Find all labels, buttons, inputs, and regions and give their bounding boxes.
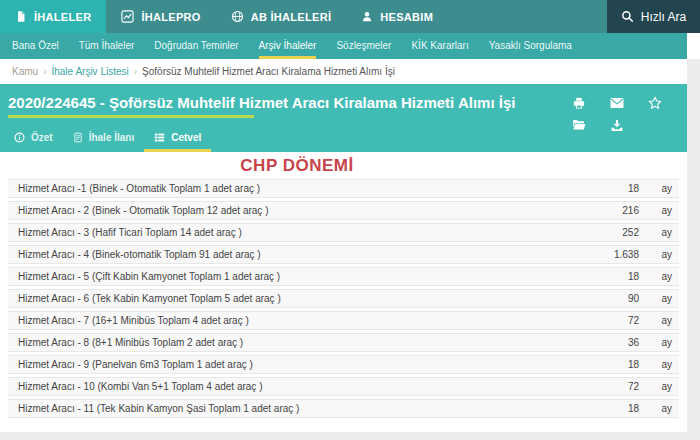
tab-ozet[interactable]: Özet: [4, 125, 63, 152]
row-item-name: Hizmet Aracı - 5 (Çift Kabin Kamyonet To…: [8, 271, 569, 282]
tab-label: Cetvel: [171, 132, 201, 143]
row-quantity: 72: [569, 315, 639, 326]
nav-label: İHALELER: [34, 11, 91, 23]
table-row[interactable]: Hizmet Aracı - 9 (Panelvan 6m3 Toplam 1 …: [8, 355, 679, 374]
table-row[interactable]: Hizmet Aracı - 8 (8+1 Minibüs Toplam 2 a…: [8, 333, 679, 352]
tab-label: Özet: [31, 132, 53, 143]
tab-bar: Özet İhale İlanı Cetvel: [0, 125, 211, 152]
nav-label: İHALEPRO: [141, 11, 200, 23]
envelope-icon[interactable]: [610, 97, 624, 109]
table-row[interactable]: Hizmet Aracı - 2 (Binek - Otomatik Topla…: [8, 201, 679, 220]
row-unit: ay: [639, 381, 679, 392]
row-quantity: 18: [569, 271, 639, 282]
row-quantity: 72: [569, 381, 639, 392]
star-icon[interactable]: [648, 96, 662, 110]
row-unit: ay: [639, 249, 679, 260]
table-row[interactable]: Hizmet Aracı - 3 (Hafif Ticari Toplam 14…: [8, 223, 679, 242]
nav-label: HESABIM: [380, 11, 433, 23]
tender-header-band: 2020/224645 - Şoförsüz Muhtelif Hizmet A…: [0, 84, 687, 152]
row-item-name: Hizmet Aracı - 11 (Tek Kabin Kamyon Şasi…: [8, 403, 569, 414]
table-row[interactable]: Hizmet Aracı - 11 (Tek Kabin Kamyon Şasi…: [8, 399, 679, 418]
breadcrumb-separator: ›: [129, 66, 142, 77]
table-row[interactable]: Hizmet Aracı - 6 (Tek Kabin Kamyonet Top…: [8, 289, 679, 308]
header-action-icons: [560, 92, 674, 136]
subnav-item[interactable]: Yasaklı Sorgulama: [489, 33, 572, 59]
title-underline: [8, 115, 254, 118]
row-quantity: 252: [569, 227, 639, 238]
chart-icon: [121, 10, 134, 23]
tab-ihale-ilani[interactable]: İhale İlanı: [63, 125, 145, 152]
row-item-name: Hizmet Aracı -1 (Binek - Otomatik Toplam…: [8, 183, 569, 194]
sub-navbar: Bana Özel Tüm İhaleler Doğrudan Teminler…: [0, 33, 687, 59]
breadcrumb-link-arsiv-listesi[interactable]: İhale Arşiv Listesi: [51, 66, 128, 77]
row-quantity: 18: [569, 359, 639, 370]
file-icon: [15, 10, 27, 23]
globe-icon: [231, 10, 244, 23]
schedule-table: Hizmet Aracı -1 (Binek - Otomatik Toplam…: [0, 178, 687, 418]
subnav-item[interactable]: Arşiv İhaleler: [259, 33, 317, 59]
document-icon: [73, 132, 83, 143]
row-item-name: Hizmet Aracı - 2 (Binek - Otomatik Topla…: [8, 205, 569, 216]
search-icon: [621, 10, 634, 23]
row-item-name: Hizmet Aracı - 8 (8+1 Minibüs Toplam 2 a…: [8, 337, 569, 348]
info-icon: [14, 132, 25, 143]
tab-cetvel[interactable]: Cetvel: [144, 125, 211, 152]
row-quantity: 18: [569, 183, 639, 194]
breadcrumb-current: Şoförsüz Muhtelif Hizmet Aracı Kiralama …: [142, 66, 395, 77]
user-icon: [361, 10, 373, 23]
nav-hesabim[interactable]: HESABIM: [346, 0, 448, 33]
subnav-item[interactable]: Tüm İhaleler: [79, 33, 135, 59]
table-row[interactable]: Hizmet Aracı - 5 (Çift Kabin Kamyonet To…: [8, 267, 679, 286]
row-item-name: Hizmet Aracı - 6 (Tek Kabin Kamyonet Top…: [8, 293, 569, 304]
row-item-name: Hizmet Aracı - 10 (Kombi Van 5+1 Toplam …: [8, 381, 569, 392]
row-item-name: Hizmet Aracı - 4 (Binek-otomatik Toplam …: [8, 249, 569, 260]
row-unit: ay: [639, 227, 679, 238]
quick-search-label: Hızlı Ara: [641, 10, 686, 24]
row-unit: ay: [639, 205, 679, 216]
row-unit: ay: [639, 359, 679, 370]
subnav-item[interactable]: KİK Kararları: [411, 33, 468, 59]
page-background-gutter: [687, 59, 700, 440]
row-quantity: 216: [569, 205, 639, 216]
subnav-item[interactable]: Doğrudan Teminler: [154, 33, 238, 59]
printer-icon[interactable]: [572, 97, 586, 110]
tab-label: İhale İlanı: [89, 132, 135, 143]
row-item-name: Hizmet Aracı - 7 (16+1 Minibüs Toplam 4 …: [8, 315, 569, 326]
nav-ihaleler[interactable]: İHALELER: [0, 0, 106, 33]
nav-ihalepro[interactable]: İHALEPRO: [106, 0, 215, 33]
subnav-item[interactable]: Sözleşmeler: [336, 33, 391, 59]
top-navbar: İHALELER İHALEPRO AB İHALELERİ HESABIM H…: [0, 0, 700, 33]
main-content: CHP DÖNEMİ Hizmet Aracı -1 (Binek - Otom…: [0, 152, 687, 432]
row-unit: ay: [639, 183, 679, 194]
row-unit: ay: [639, 337, 679, 348]
row-quantity: 36: [569, 337, 639, 348]
annotation-text: CHP DÖNEMİ: [0, 152, 594, 178]
quick-search-button[interactable]: Hızlı Ara: [607, 0, 700, 33]
row-unit: ay: [639, 315, 679, 326]
row-item-name: Hizmet Aracı - 3 (Hafif Ticari Toplam 14…: [8, 227, 569, 238]
breadcrumb-link-kamu[interactable]: Kamu: [12, 66, 38, 77]
table-row[interactable]: Hizmet Aracı - 4 (Binek-otomatik Toplam …: [8, 245, 679, 264]
row-unit: ay: [639, 403, 679, 414]
nav-label: AB İHALELERİ: [251, 11, 332, 23]
row-quantity: 90: [569, 293, 639, 304]
row-unit: ay: [639, 271, 679, 282]
table-row[interactable]: Hizmet Aracı - 10 (Kombi Van 5+1 Toplam …: [8, 377, 679, 396]
page-background-bottom: [0, 432, 687, 440]
table-row[interactable]: Hizmet Aracı -1 (Binek - Otomatik Toplam…: [8, 179, 679, 198]
breadcrumb-separator: ›: [38, 66, 51, 77]
row-unit: ay: [639, 293, 679, 304]
table-icon: [154, 132, 165, 143]
breadcrumb: Kamu › İhale Arşiv Listesi › Şoförsüz Mu…: [0, 59, 687, 84]
row-quantity: 1.638: [569, 249, 639, 260]
row-item-name: Hizmet Aracı - 9 (Panelvan 6m3 Toplam 1 …: [8, 359, 569, 370]
row-quantity: 18: [569, 403, 639, 414]
folder-icon[interactable]: [572, 119, 586, 131]
subnav-item[interactable]: Bana Özel: [12, 33, 59, 59]
table-row[interactable]: Hizmet Aracı - 7 (16+1 Minibüs Toplam 4 …: [8, 311, 679, 330]
download-icon[interactable]: [610, 119, 624, 132]
nav-ab-ihaleleri[interactable]: AB İHALELERİ: [216, 0, 347, 33]
